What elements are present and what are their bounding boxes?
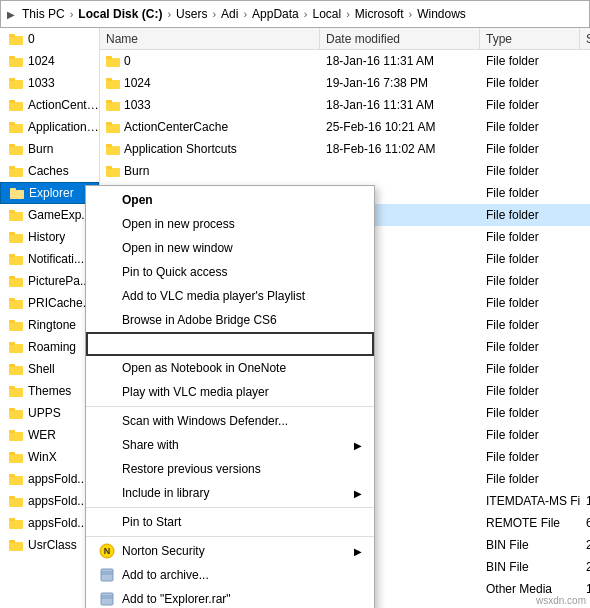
file-row[interactable]: 102419-Jan-16 7:38 PMFile folder — [100, 72, 590, 94]
file-type-cell: File folder — [480, 340, 580, 354]
context-menu-item-icon — [100, 335, 118, 353]
tree-item-0[interactable]: 0 — [0, 28, 99, 50]
context-menu-item[interactable]: Include in library▶ — [86, 481, 374, 505]
context-menu-item[interactable]: Add to "Explorer.rar" — [86, 587, 374, 608]
tree-item-label: Application Shortcuts — [28, 120, 99, 134]
file-date-cell: 18-Jan-16 11:31 AM — [320, 98, 480, 112]
breadcrumb-users[interactable]: Users — [173, 5, 210, 23]
context-menu-item-icon — [98, 215, 116, 233]
svg-rect-25 — [9, 298, 15, 301]
tree-item-application-shortcuts[interactable]: Application Shortcuts — [0, 116, 99, 138]
context-menu-item[interactable]: Open — [86, 188, 374, 212]
tree-item-label: appsFold... — [28, 472, 87, 486]
context-menu-item[interactable]: Scan with Windows Defender... — [86, 409, 374, 433]
col-type[interactable]: Type — [480, 28, 580, 49]
file-type-cell: File folder — [480, 450, 580, 464]
context-menu-item[interactable]: Share with▶ — [86, 433, 374, 457]
file-type-cell: ITEMDATA-MS File — [480, 494, 580, 508]
tree-item-label: 1033 — [28, 76, 55, 90]
tree-item-label: 0 — [28, 32, 35, 46]
svg-rect-54 — [106, 124, 120, 133]
svg-rect-4 — [9, 80, 23, 89]
tree-item-burn[interactable]: Burn — [0, 138, 99, 160]
context-menu-item-icon — [98, 383, 116, 401]
folder-icon — [8, 208, 24, 222]
folder-icon — [8, 142, 24, 156]
context-menu-item[interactable]: Open as Notebook in OneNote — [86, 356, 374, 380]
svg-rect-7 — [9, 100, 15, 103]
context-menu-item[interactable]: Browse in Adobe Bridge CS6 — [86, 308, 374, 332]
back-arrow: ▶ — [7, 9, 15, 20]
tree-item-label: Themes — [28, 384, 71, 398]
context-menu-item[interactable]: Pin to Start — [86, 510, 374, 534]
svg-rect-27 — [9, 320, 15, 323]
breadcrumb-thispc[interactable]: This PC — [19, 5, 68, 23]
tree-item-label: Caches — [28, 164, 69, 178]
context-menu-item[interactable]: Play with VLC media player — [86, 380, 374, 404]
context-menu-item[interactable]: Pin to Quick access — [86, 260, 374, 284]
context-menu-item[interactable]: Add to archive... — [86, 563, 374, 587]
context-menu-item-icon — [98, 436, 116, 454]
tree-item-label: Notificati... — [28, 252, 84, 266]
context-menu-item-label: Include in library — [122, 486, 209, 500]
context-menu-item[interactable]: Restore previous versions — [86, 457, 374, 481]
file-type-cell: File folder — [480, 384, 580, 398]
context-menu-item[interactable]: NNorton Security▶ — [86, 539, 374, 563]
context-menu-item-icon — [98, 311, 116, 329]
folder-icon — [8, 494, 24, 508]
svg-rect-11 — [9, 144, 15, 147]
file-row[interactable]: 018-Jan-16 11:31 AMFile folder — [100, 50, 590, 72]
svg-rect-43 — [9, 496, 15, 499]
context-menu-item[interactable]: Add to VLC media player's Playlist — [86, 284, 374, 308]
folder-icon — [8, 472, 24, 486]
breadcrumb-windows[interactable]: Windows — [414, 5, 469, 23]
col-date[interactable]: Date modified — [320, 28, 480, 49]
tree-item-actioncentercache[interactable]: ActionCenterCache — [0, 94, 99, 116]
col-name[interactable]: Name — [100, 28, 320, 49]
col-size[interactable]: Size — [580, 28, 590, 49]
context-menu-item[interactable]: Open in new process — [86, 212, 374, 236]
file-type-cell: BIN File — [480, 560, 580, 574]
svg-rect-15 — [10, 188, 16, 191]
svg-rect-34 — [9, 410, 23, 419]
file-type-cell: File folder — [480, 208, 580, 222]
file-row[interactable]: BurnFile folder — [100, 160, 590, 182]
file-row[interactable]: Application Shortcuts18-Feb-16 11:02 AMF… — [100, 138, 590, 160]
file-type-cell: File folder — [480, 362, 580, 376]
context-menu-item[interactable]: Open in new window — [86, 236, 374, 260]
tree-item-label: Burn — [28, 142, 53, 156]
folder-icon — [106, 55, 120, 67]
breadcrumb-localdisk[interactable]: Local Disk (C:) — [75, 5, 165, 23]
folder-icon — [8, 318, 24, 332]
tree-item-label: appsFold... — [28, 494, 87, 508]
context-menu: OpenOpen in new processOpen in new windo… — [85, 185, 375, 608]
svg-rect-24 — [9, 300, 23, 309]
svg-rect-59 — [106, 166, 112, 169]
folder-icon — [8, 340, 24, 354]
context-menu-item-label: Share with — [122, 438, 179, 452]
file-type-cell: Other Media — [480, 582, 580, 596]
breadcrumb-microsoft[interactable]: Microsoft — [352, 5, 407, 23]
file-row[interactable]: ActionCenterCache25-Feb-16 10:21 AMFile … — [100, 116, 590, 138]
folder-icon — [8, 450, 24, 464]
tree-item-1024[interactable]: 1024 — [0, 50, 99, 72]
file-name-cell: ActionCenterCache — [100, 120, 320, 134]
tree-item-caches[interactable]: Caches — [0, 160, 99, 182]
file-type-cell: File folder — [480, 186, 580, 200]
folder-icon — [8, 54, 24, 68]
context-menu-item-label: Norton Security — [122, 544, 205, 558]
folder-icon — [106, 121, 120, 133]
tree-item-1033[interactable]: 1033 — [0, 72, 99, 94]
address-bar[interactable]: ▶ This PC › Local Disk (C:) › Users › Ad… — [0, 0, 590, 28]
tree-item-label: UPPS — [28, 406, 61, 420]
folder-icon — [8, 384, 24, 398]
context-menu-item-icon — [98, 287, 116, 305]
breadcrumb-local[interactable]: Local — [309, 5, 344, 23]
file-row[interactable]: 103318-Jan-16 11:31 AMFile folder — [100, 94, 590, 116]
breadcrumb-adi[interactable]: Adi — [218, 5, 241, 23]
context-menu-item[interactable]: Open command window here — [86, 332, 374, 356]
file-type-cell: File folder — [480, 428, 580, 442]
breadcrumb-appdata[interactable]: AppData — [249, 5, 302, 23]
tree-item-label: WinX — [28, 450, 57, 464]
tree-item-label: ActionCenterCache — [28, 98, 99, 112]
